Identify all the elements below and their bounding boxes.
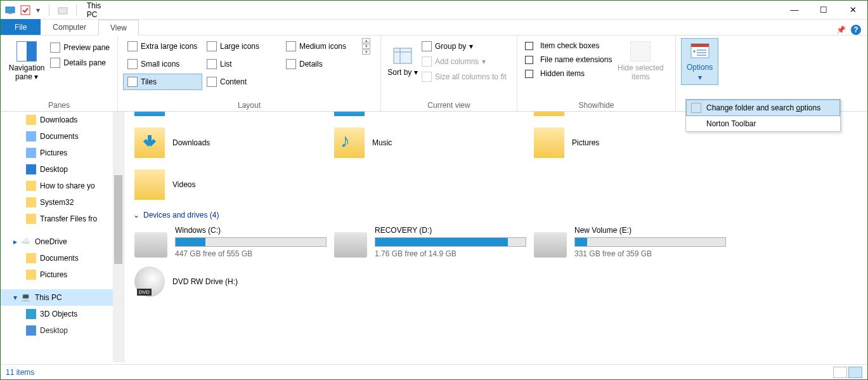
details-view-button[interactable] — [833, 367, 847, 378]
nav-scrollbar[interactable] — [113, 112, 124, 362]
pc-icon — [4, 4, 16, 16]
folder-icon — [57, 4, 68, 16]
svg-rect-3 — [58, 8, 67, 14]
status-bar: 11 items — [1, 364, 867, 379]
title-bar: ▾ This PC — ☐ ✕ — [1, 1, 867, 20]
layout-small[interactable]: Small icons — [123, 56, 202, 72]
layout-medium[interactable]: Medium icons — [282, 38, 361, 55]
current-view-group-label: Current view — [386, 100, 512, 110]
preview-pane-button[interactable]: Preview pane — [48, 41, 112, 55]
panes-group-label: Panes — [6, 100, 112, 110]
layout-content[interactable]: Content — [202, 74, 282, 90]
change-folder-options-item[interactable]: Change folder and search options — [686, 100, 840, 116]
nav-system32[interactable]: System32 — [1, 194, 124, 211]
layout-extra-large[interactable]: Extra large icons — [123, 38, 202, 55]
options-button[interactable]: Options ▾ — [681, 38, 718, 85]
folder-desktop[interactable]: Desktop — [330, 112, 530, 122]
hidden-items-toggle[interactable]: Hidden items — [522, 67, 614, 80]
ribbon-tabs: File Computer View 📌 ? — [1, 20, 867, 36]
nav-pictures[interactable]: Pictures📌 — [1, 145, 124, 161]
navigation-pane-button[interactable]: Navigation pane ▾ — [6, 38, 48, 84]
pin-ribbon-icon[interactable]: 📌 — [836, 25, 846, 34]
drive-0[interactable]: Windows (C:)447 GB free of 555 GB — [131, 223, 330, 261]
folder-downloads[interactable]: Downloads — [131, 122, 330, 164]
folder-music[interactable]: ♪Music — [330, 122, 530, 164]
content-area: 3D Objects Desktop Documents Downloads ♪… — [124, 112, 867, 362]
layout-tiles[interactable]: Tiles — [123, 74, 202, 90]
add-columns-button: Add columns ▾ — [419, 55, 509, 69]
close-button[interactable]: ✕ — [838, 1, 867, 20]
qat-dropdown-icon[interactable]: ▾ — [35, 4, 41, 16]
nav-desktop[interactable]: Desktop — [1, 161, 124, 178]
nav-od-pictures[interactable]: Pictures — [1, 266, 124, 283]
nav-howto[interactable]: How to share yo — [1, 178, 124, 194]
layout-details[interactable]: Details — [282, 56, 361, 72]
file-extensions-toggle[interactable]: File name extensions — [522, 53, 614, 66]
norton-toolbar-item[interactable]: Norton Toolbar — [686, 116, 840, 131]
dvd-drive[interactable]: DVD DVD RW Drive (H:) — [131, 261, 330, 303]
chevron-down-icon: ⌄ — [133, 211, 139, 219]
nav-documents[interactable]: Documents📌 — [1, 128, 124, 145]
svg-rect-1 — [8, 13, 12, 14]
folder-videos[interactable]: Videos — [131, 164, 330, 206]
nav-3d-objects[interactable]: 3D Objects — [1, 306, 124, 322]
details-pane-button[interactable]: Details pane — [48, 56, 112, 70]
svg-rect-2 — [21, 6, 30, 15]
file-tab[interactable]: File — [1, 19, 41, 35]
drive-2[interactable]: New Volume (E:)331 GB free of 359 GB — [530, 223, 730, 261]
qat-properties-icon[interactable] — [20, 4, 31, 16]
view-tab[interactable]: View — [98, 20, 139, 36]
svg-rect-0 — [6, 7, 15, 13]
show-hide-group-label: Show/hide — [522, 100, 670, 110]
tiles-view-button[interactable] — [848, 367, 862, 378]
item-count: 11 items — [6, 368, 34, 377]
devices-drives-header[interactable]: ⌄ Devices and drives (4) — [131, 206, 867, 223]
nav-od-documents[interactable]: Documents — [1, 250, 124, 266]
hide-selected-button: Hide selected items — [614, 38, 666, 84]
layout-large[interactable]: Large icons — [202, 38, 282, 55]
svg-rect-4 — [394, 48, 411, 63]
group-by-button[interactable]: Group by ▾ — [419, 39, 509, 53]
nav-onedrive[interactable]: ▸☁️OneDrive — [1, 233, 124, 250]
nav-transfer[interactable]: Transfer Files fro — [1, 211, 124, 227]
size-columns-button: Size all columns to fit — [419, 70, 509, 84]
nav-desktop2[interactable]: Desktop — [1, 322, 124, 339]
nav-this-pc[interactable]: ▾💻This PC — [1, 289, 124, 306]
options-dropdown: Change folder and search options Norton … — [685, 99, 841, 132]
window-title: This PC — [88, 4, 100, 16]
layout-scroll[interactable]: ▴▾▾ — [362, 38, 370, 55]
drive-1[interactable]: RECOVERY (D:)1.76 GB free of 14.9 GB — [330, 223, 530, 261]
maximize-button[interactable]: ☐ — [809, 1, 838, 20]
layout-list[interactable]: List — [202, 56, 282, 72]
layout-group-label: Layout — [123, 100, 375, 110]
help-icon[interactable]: ? — [851, 25, 861, 35]
nav-downloads[interactable]: Downloads📌 — [1, 112, 124, 128]
item-checkboxes-toggle[interactable]: Item check boxes — [522, 39, 614, 52]
folder-3d-objects[interactable]: 3D Objects — [131, 112, 330, 122]
computer-tab[interactable]: Computer — [41, 19, 98, 35]
sort-by-button[interactable]: Sort by ▾ — [386, 38, 419, 84]
minimize-button[interactable]: — — [780, 1, 809, 20]
svg-rect-8 — [691, 44, 709, 47]
navigation-pane: Downloads📌 Documents📌 Pictures📌 Desktop … — [1, 112, 124, 362]
